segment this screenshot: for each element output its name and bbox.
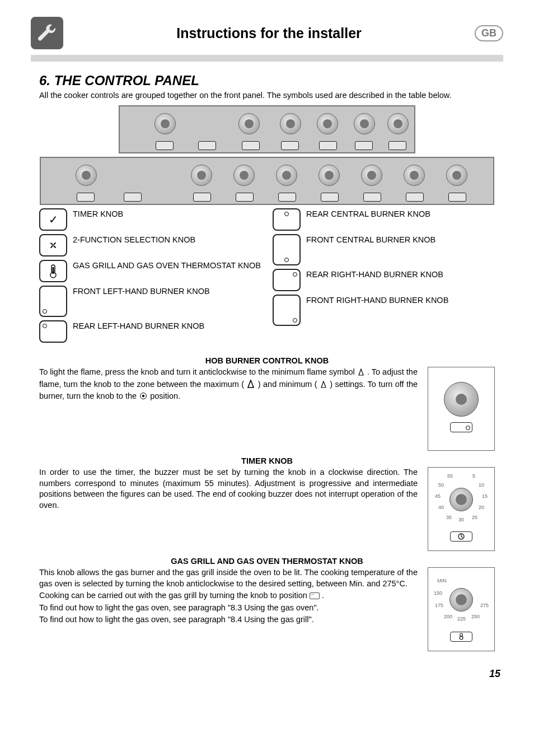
thermostat-knob-section: GAS GRILL AND GAS OVEN THERMOSTAT KNOB T… <box>39 557 495 651</box>
text: ) and minimum ( <box>258 380 317 389</box>
text: To find out how to light the gas oven, s… <box>39 603 418 614</box>
tick: 35 <box>446 515 452 520</box>
section-intro: All the cooker controls are grouped toge… <box>39 91 495 100</box>
control-panel-diagram-6burner <box>40 157 494 205</box>
thermostat-pictogram <box>450 632 472 642</box>
tick: 275 <box>480 603 489 608</box>
control-panel-diagram-4burner <box>119 105 415 153</box>
thermostat-knob-icon <box>39 260 67 282</box>
tick: 10 <box>479 482 484 488</box>
text: To find out how to light the gas oven, s… <box>39 614 418 626</box>
grill-position-icon <box>310 592 320 599</box>
text: position. <box>150 391 180 400</box>
wrench-icon <box>31 17 63 49</box>
tick: MIN <box>437 578 447 584</box>
tick: 55 <box>447 473 453 479</box>
flame-large-icon <box>246 380 255 391</box>
flame-small-icon <box>320 380 327 391</box>
subsection-title: GAS GRILL AND GAS OVEN THERMOSTAT KNOB <box>39 557 495 566</box>
svg-point-4 <box>142 395 144 397</box>
hob-knob-figure <box>428 367 495 451</box>
thermostat-text: This knob allows the gas burner and the … <box>39 567 418 627</box>
legend-label: GAS GRILL AND GAS OVEN THERMOSTAT KNOB <box>73 260 261 270</box>
front-central-burner-icon <box>273 234 301 265</box>
tick: 15 <box>482 493 488 499</box>
tick: 25 <box>472 515 477 520</box>
flame-small-icon <box>357 368 365 379</box>
text: This knob allows the gas burner and the … <box>39 567 418 589</box>
hob-text: To light the flame, press the knob and t… <box>39 367 418 404</box>
text: . <box>322 591 324 600</box>
function-knob-icon <box>39 234 67 256</box>
legend-label: FRONT RIGHT-HAND BURNER KNOB <box>306 295 448 305</box>
tick: 150 <box>434 590 442 596</box>
tick: 175 <box>435 603 443 608</box>
tick: 50 <box>438 482 444 488</box>
legend-table: ✓ TIMER KNOB 2-FUNCTION SELECTION KNOB G… <box>39 208 495 346</box>
subsection-title: TIMER KNOB <box>39 456 495 465</box>
text: Cooking can be carried out with the gas … <box>39 591 310 600</box>
language-badge: GB <box>475 25 503 41</box>
legend-label: REAR LEFT-HAND BURNER KNOB <box>73 320 204 330</box>
page-header: Instructions for the installer GB <box>0 0 534 53</box>
legend-label: 2-FUNCTION SELECTION KNOB <box>73 234 195 244</box>
legend-label: FRONT LEFT-HAND BURNER KNOB <box>73 286 210 296</box>
tick: 200 <box>444 614 452 619</box>
rear-right-burner-icon <box>273 269 301 291</box>
thermostat-knob-figure: MIN 150 175 200 225 250 275 <box>428 567 495 651</box>
front-right-burner-icon <box>273 295 301 326</box>
legend-label: REAR RIGHT-HAND BURNER KNOB <box>306 269 443 279</box>
timer-knob-section: TIMER KNOB In order to use the timer, th… <box>39 456 495 551</box>
hob-burner-section: HOB BURNER CONTROL KNOB To light the fla… <box>39 356 495 451</box>
legend-label: TIMER KNOB <box>73 208 123 218</box>
tick: 5 <box>472 473 475 479</box>
subsection-title: HOB BURNER CONTROL KNOB <box>39 356 495 365</box>
legend-label: FRONT CENTRAL BURNER KNOB <box>306 234 435 244</box>
tick: 40 <box>438 505 444 510</box>
timer-knob-icon: ✓ <box>39 208 67 231</box>
timer-knob-figure: 55 5 50 10 45 15 40 20 35 30 25 <box>428 467 495 551</box>
tick: 225 <box>457 616 466 622</box>
tick: 250 <box>471 614 480 619</box>
svg-rect-2 <box>53 267 54 274</box>
header-title: Instructions for the installer <box>70 25 468 41</box>
off-dot-icon <box>139 392 148 403</box>
timer-pictogram <box>450 531 472 542</box>
tick: 20 <box>479 505 484 510</box>
page-number: 15 <box>0 651 534 680</box>
header-rule <box>31 55 503 62</box>
timer-text: In order to use the timer, the buzzer mu… <box>39 467 418 511</box>
front-left-burner-icon <box>39 286 67 317</box>
legend-label: REAR CENTRAL BURNER KNOB <box>306 208 430 218</box>
tick: 30 <box>458 517 464 522</box>
rear-left-burner-icon <box>39 320 67 343</box>
text: To light the flame, press the knob and t… <box>39 367 357 376</box>
rear-central-burner-icon <box>273 208 301 231</box>
section-title: 6. THE CONTROL PANEL <box>39 73 495 88</box>
tick: 45 <box>435 493 441 499</box>
